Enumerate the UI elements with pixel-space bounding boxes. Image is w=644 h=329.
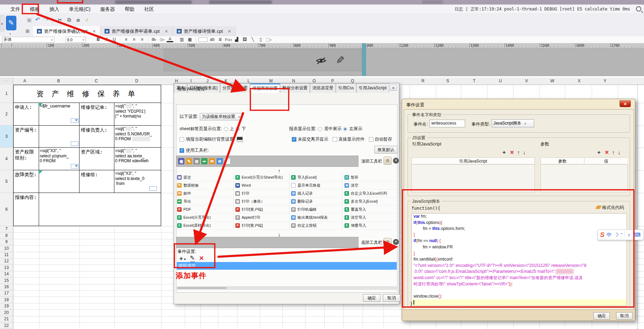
- row-header-14[interactable]: 14: [0, 271, 13, 277]
- row-header-8[interactable]: 8: [0, 232, 13, 239]
- grid-button-显示单元格值[interactable]: 显示单元格值: [291, 181, 342, 189]
- form-title-cell[interactable]: 资 产 维 修 保 养 单: [13, 85, 161, 103]
- grid-button-打印[客户端][interactable]: P打印[客户端]: [235, 205, 289, 214]
- keyboard-icon[interactable]: ⌨: [633, 232, 641, 238]
- bottom-toolbar-preview[interactable]: [176, 237, 358, 248]
- grid-button-清空[interactable]: ⊞清空: [344, 181, 397, 189]
- close-tab-icon[interactable]: ✕: [228, 29, 231, 34]
- bg-edit-checkbox[interactable]: [180, 137, 184, 142]
- row-header-2[interactable]: 2: [0, 103, 13, 126]
- code-line[interactable]: world.com\" cc=\"\" bcc=\"\" title=\"新的维…: [412, 275, 627, 281]
- code-line[interactable]: [412, 287, 627, 293]
- bold-button[interactable]: B: [95, 37, 101, 43]
- report-pos-radio-1[interactable]: [343, 127, 347, 131]
- edit-pencil-icon[interactable]: ✎: [336, 54, 344, 66]
- ok-button[interactable]: 确定: [363, 294, 380, 302]
- menu-item-1[interactable]: 模板: [25, 5, 45, 14]
- row-header-21[interactable]: 21: [0, 316, 13, 322]
- collapse-panel-button[interactable]: ▸: [0, 15, 5, 31]
- down-icon[interactable]: ↓: [618, 149, 621, 155]
- up-icon[interactable]: ↑: [517, 149, 520, 155]
- grid-button-自定义按钮[interactable]: ⚙自定义按钮: [291, 222, 342, 230]
- grid-button-Excel(分页分Sheet导出)[interactable]: EExcel(分页分Sheet导出): [235, 173, 289, 181]
- widget-button[interactable]: ▯: [257, 37, 264, 43]
- row-header-20[interactable]: 20: [0, 309, 13, 316]
- option-checkbox-2[interactable]: [369, 137, 373, 142]
- align-center-button[interactable]: ≡: [131, 37, 137, 43]
- bottom-toolbar-remove-icon[interactable]: ✕: [393, 239, 399, 245]
- doc-tab-1[interactable]: ▦资产维修保养申请单.cpt✕: [100, 26, 173, 36]
- ok-button[interactable]: 确定: [593, 312, 610, 320]
- code-line[interactable]: var fm;: [412, 214, 627, 220]
- cut-button[interactable]: ✂: [56, 16, 64, 24]
- chart-button[interactable]: ▟: [233, 37, 240, 43]
- delete-event-icon[interactable]: ✕: [199, 255, 204, 262]
- unmerge-cell-button[interactable]: ▦: [187, 37, 193, 43]
- grid-button-Excel(原样导出)[interactable]: EExcel(原样导出): [177, 222, 233, 230]
- designer-caret-icon[interactable]: ▾: [9, 32, 11, 36]
- image-button[interactable]: 🖼: [241, 37, 248, 43]
- font-family-select[interactable]: 宋体∨: [2, 37, 54, 43]
- menu-item-6[interactable]: 社区: [139, 5, 159, 14]
- row-header-7[interactable]: 7: [0, 226, 13, 232]
- redo-button[interactable]: ↷: [42, 16, 50, 24]
- menu-item-5[interactable]: 帮助: [120, 5, 139, 14]
- horizontal-scrollbar[interactable]: [177, 286, 397, 290]
- top-toolbar-remove-icon[interactable]: ✕: [393, 158, 399, 164]
- cancel-button[interactable]: 取消: [616, 312, 632, 320]
- chinese-mode-icon[interactable]: 中: [607, 232, 612, 238]
- menu-item-3[interactable]: 单元格(C): [64, 5, 95, 14]
- grid-button-导入[Excel][interactable]: E导入[Excel]: [291, 173, 342, 181]
- dialog-tab-4[interactable]: 数据分析设置: [280, 83, 310, 93]
- row-header-18[interactable]: 18: [0, 297, 13, 303]
- dialog-tab-7[interactable]: 引用JavaScript: [356, 83, 389, 93]
- add-event-button[interactable]: ＋▾: [178, 254, 186, 262]
- doc-tab-2[interactable]: ▦资产维修详情单.cpt✕: [173, 26, 236, 36]
- js-code-editor[interactable]: var fm;if(this.options){ fm = this.optio…: [411, 213, 627, 306]
- code-line[interactable]: "<?xml version=\"1.0\" encoding=\"UTF-8\…: [412, 263, 627, 269]
- menu-item-2[interactable]: 插入: [45, 5, 64, 14]
- row-header-3[interactable]: 3: [0, 126, 13, 148]
- delete-icon[interactable]: ✕: [605, 149, 609, 156]
- move-down-arrow[interactable]: ↓: [278, 231, 281, 237]
- grid-button-打印（兼容）[interactable]: ▤打印（兼容）: [235, 197, 289, 205]
- text-widget-button[interactable]: ab: [209, 37, 215, 43]
- hide-eye-icon[interactable]: [316, 57, 326, 65]
- top-toolbar-gear-icon[interactable]: ⚙: [384, 157, 392, 165]
- row-header-19[interactable]: 19: [0, 303, 13, 309]
- form-cell-c3[interactable]: 维修负责人:: [79, 126, 114, 148]
- widget-chip[interactable]: [71, 141, 78, 146]
- code-line[interactable]: if(this.options){: [412, 220, 627, 226]
- sheet-tab-pos-radio-0[interactable]: [224, 127, 228, 131]
- widget-chip[interactable]: [71, 118, 78, 123]
- widget-chip[interactable]: [71, 164, 78, 169]
- report-pos-radio-0[interactable]: [318, 127, 322, 131]
- add-icon[interactable]: ＋: [596, 149, 601, 156]
- form-cell-b6[interactable]: [39, 193, 161, 226]
- formula-button[interactable]: F(x): [225, 37, 232, 43]
- params-table[interactable]: 参数 值: [540, 157, 628, 192]
- grid-button-数据校验[interactable]: ✎数据校验: [177, 181, 233, 189]
- top-toolbar-preview[interactable]: ▣✎▤➦✉⊞: [176, 156, 358, 167]
- close-icon[interactable]: ✕: [620, 100, 631, 107]
- grid-button-Word[interactable]: WWord: [235, 181, 289, 189]
- grid-button-邮件[interactable]: ✉邮件: [177, 189, 233, 197]
- grid-button-增量导入[interactable]: E增量导入: [344, 222, 397, 230]
- grid-button-输出离线html报表[interactable]: ⊞输出离线html报表: [291, 214, 342, 222]
- option-checkbox-1[interactable]: [333, 137, 337, 142]
- following-select[interactable]: 为该模板单独设置∨: [200, 113, 242, 120]
- grid-button-打印[客户端][interactable]: P打印[客户端]: [235, 222, 289, 230]
- widget-chip[interactable]: [149, 186, 157, 191]
- form-cell-a3[interactable]: 资产编号:: [13, 126, 39, 148]
- event-name-input[interactable]: writesuccess: [430, 120, 465, 127]
- event-list-item[interactable]: 填报成功: [177, 262, 397, 270]
- code-line[interactable]: fm.sentMail({xmlconf:: [412, 256, 627, 263]
- row-header-17[interactable]: 17: [0, 290, 13, 297]
- row-header-11[interactable]: 11: [0, 252, 13, 258]
- code-line[interactable]: .0.0\" class=\"com.fr.js.EmailJavaScript…: [412, 269, 627, 275]
- grid-button-打印机偏移[interactable]: ⚙打印机偏移: [291, 205, 342, 214]
- fill-color-button[interactable]: ◇▾: [159, 37, 165, 43]
- add-icon[interactable]: ＋: [501, 149, 507, 156]
- dialog-tab-2[interactable]: 分页预览设置: [220, 83, 250, 93]
- form-cell-d3[interactable]: =sql("██", "select S.NOMUSR_0 FROM █████…: [114, 126, 161, 148]
